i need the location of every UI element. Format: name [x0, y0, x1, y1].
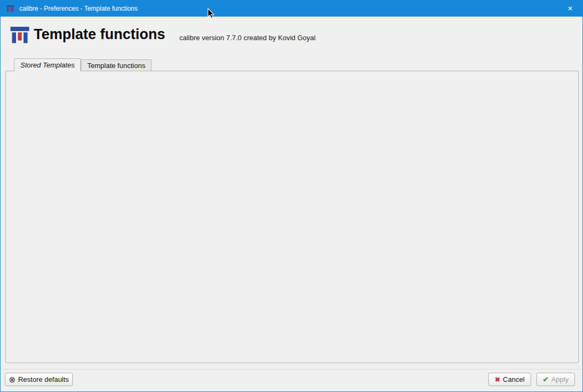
close-icon[interactable]: ✕: [558, 1, 582, 17]
tab-template-functions[interactable]: Template functions: [81, 59, 152, 71]
version-subtitle: calibre version 7.7.0 created by Kovid G…: [179, 34, 315, 42]
restore-defaults-label: Restore defaults: [18, 375, 69, 383]
restore-defaults-icon: ⊗: [9, 375, 16, 385]
apply-label: Apply: [551, 375, 569, 383]
tab-panel: [5, 71, 579, 363]
apply-button[interactable]: ✔ Apply: [536, 373, 575, 386]
calibre-logo: [9, 24, 31, 46]
titlebar[interactable]: calibre - Preferences - Template functio…: [1, 1, 582, 17]
preferences-window: calibre - Preferences - Template functio…: [0, 0, 583, 392]
calibre-app-icon: [6, 4, 14, 13]
restore-defaults-button[interactable]: ⊗ Restore defaults: [5, 373, 73, 386]
window-title: calibre - Preferences - Template functio…: [19, 5, 138, 12]
tab-stored-templates[interactable]: Stored Templates: [14, 58, 81, 71]
cancel-label: Cancel: [503, 375, 524, 383]
mouse-cursor: [207, 8, 215, 19]
footer-divider: [1, 369, 582, 370]
cancel-button[interactable]: ✖ Cancel: [488, 373, 531, 386]
apply-icon: ✔: [543, 375, 549, 383]
page-title: Template functions: [34, 26, 165, 43]
cancel-icon: ✖: [495, 376, 500, 383]
